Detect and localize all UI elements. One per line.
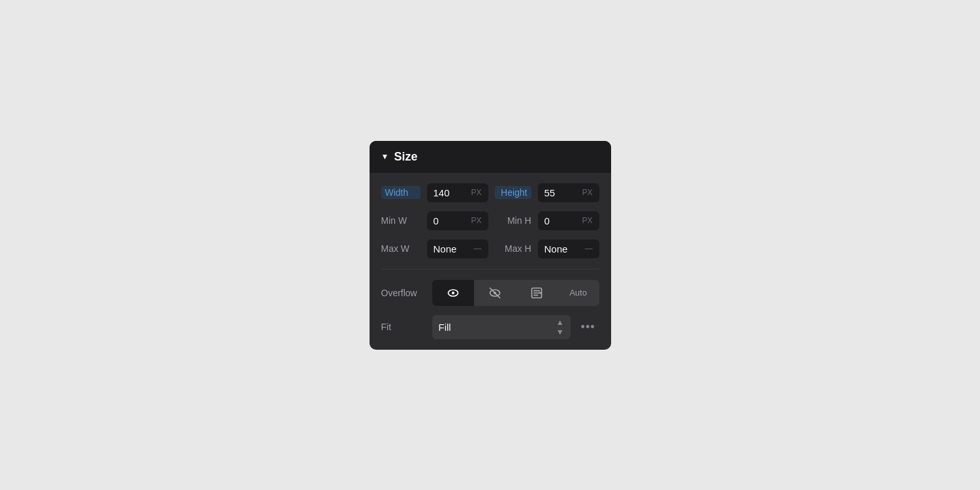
divider-1: [381, 269, 599, 269]
maxh-input-group: —: [538, 239, 599, 258]
fit-section: Fit Fill Contain Cover None ▲ ▼ •••: [381, 315, 599, 339]
overflow-auto-label: Auto: [569, 288, 587, 298]
maxw-input-group: —: [427, 239, 488, 258]
overflow-visible-button[interactable]: [432, 280, 474, 306]
height-input-group: PX: [538, 183, 599, 202]
size-panel: ▼ Size Width PX Height PX Min W PX Min H: [370, 141, 611, 350]
minh-label: Min H: [495, 215, 531, 226]
minw-unit: PX: [471, 216, 481, 225]
overflow-buttons-group: Auto: [432, 280, 599, 306]
svg-point-1: [451, 291, 454, 294]
overflow-section: Overflow: [381, 280, 599, 306]
maxh-input[interactable]: [545, 243, 582, 254]
minh-input[interactable]: [545, 215, 580, 226]
width-input[interactable]: [434, 187, 469, 198]
width-unit: PX: [471, 188, 481, 197]
minw-minh-row: Min W PX Min H PX: [381, 211, 599, 230]
panel-body: Width PX Height PX Min W PX Min H PX: [370, 173, 611, 350]
minw-input-group: PX: [427, 211, 488, 230]
overflow-label: Overflow: [381, 288, 426, 298]
overflow-scroll-button[interactable]: [516, 280, 558, 306]
panel-title: Size: [394, 150, 417, 164]
fit-select[interactable]: Fill Contain Cover None: [439, 315, 564, 339]
maxh-unit: —: [585, 244, 593, 253]
fit-select-wrapper: Fill Contain Cover None ▲ ▼: [432, 315, 571, 339]
width-label[interactable]: Width: [381, 186, 420, 199]
minw-label: Min W: [381, 215, 420, 226]
width-height-row: Width PX Height PX: [381, 183, 599, 202]
height-input[interactable]: [545, 187, 580, 198]
fit-more-button[interactable]: •••: [577, 318, 599, 337]
eye-icon: [447, 286, 460, 299]
width-input-group: PX: [427, 183, 488, 202]
scroll-icon: [530, 286, 543, 299]
minw-input[interactable]: [434, 215, 469, 226]
overflow-hidden-button[interactable]: [474, 280, 516, 306]
height-label[interactable]: Height: [495, 186, 531, 199]
maxw-maxh-row: Max W — Max H —: [381, 239, 599, 258]
height-unit: PX: [582, 188, 592, 197]
maxw-input[interactable]: [434, 243, 471, 254]
overflow-auto-button[interactable]: Auto: [558, 280, 599, 306]
minh-unit: PX: [582, 216, 592, 225]
fit-label: Fit: [381, 322, 426, 332]
maxh-label: Max H: [495, 243, 531, 254]
minh-input-group: PX: [538, 211, 599, 230]
maxw-label: Max W: [381, 243, 420, 254]
collapse-chevron[interactable]: ▼: [381, 152, 389, 161]
maxw-unit: —: [474, 244, 482, 253]
slash-eye-icon: [488, 286, 501, 299]
panel-header: ▼ Size: [370, 141, 611, 173]
